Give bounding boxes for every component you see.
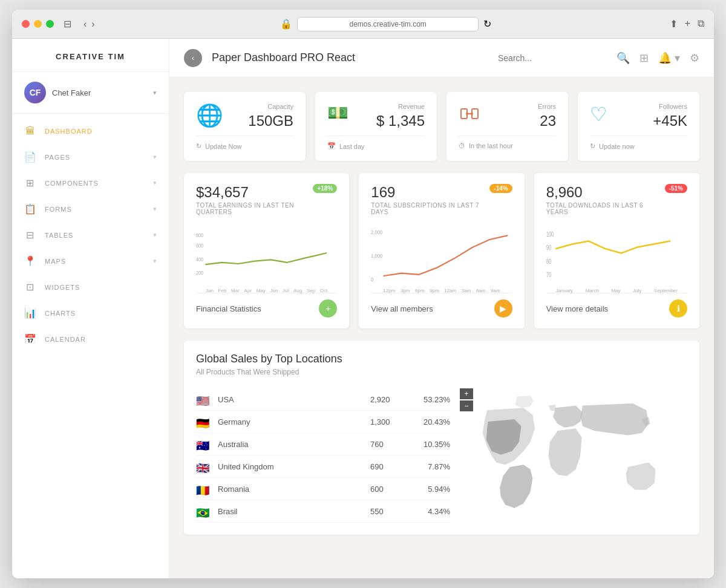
subscriptions-title: TOTAL SUBSCRIPTIONS IN LAST 7 DAYS — [371, 202, 489, 215]
flag-romania: 🇷🇴 — [196, 484, 211, 494]
earnings-footer: Financial Statistics + — [196, 293, 337, 318]
country-percent: 20.43% — [414, 417, 450, 426]
revenue-value: $ 1,345 — [376, 113, 425, 129]
sidebar-item-widgets[interactable]: ⊡ WIDGETS — [12, 274, 169, 300]
svg-text:600: 600 — [196, 243, 203, 249]
country-value: 600 — [370, 485, 407, 494]
country-percent: 4.34% — [414, 507, 450, 516]
url-input[interactable]: demos.creative-tim.com — [297, 17, 479, 31]
sidebar-item-label: CHARTS — [45, 310, 157, 317]
chevron-down-icon: ▾ — [153, 231, 157, 239]
earnings-value: $34,657 — [196, 184, 313, 201]
clock-icon: ⏱ — [459, 142, 465, 149]
downloads-footer: View more details ℹ — [546, 293, 687, 318]
svg-text:200: 200 — [196, 270, 203, 276]
new-tab-icon[interactable]: + — [685, 18, 690, 30]
main-content: ‹ Paper Dashboard PRO React 🔍 ⊞ 🔔 ▾ ⚙ — [169, 39, 714, 578]
sidebar-item-label: COMPONENTS — [45, 180, 145, 187]
user-dropdown-caret: ▾ — [153, 89, 157, 97]
header-search — [498, 53, 607, 63]
sidebar-item-calendar[interactable]: 📅 CALENDAR — [12, 326, 169, 352]
svg-text:90: 90 — [546, 244, 551, 251]
refresh-icon[interactable]: ↻ — [483, 18, 491, 30]
avatar: CF — [24, 82, 46, 103]
svg-text:400: 400 — [196, 256, 203, 263]
downloads-action-button[interactable]: ℹ — [669, 299, 687, 318]
subscriptions-badge: -14% — [489, 184, 512, 193]
downloads-value: 8,960 — [546, 184, 665, 201]
close-button[interactable] — [22, 20, 30, 28]
search-input[interactable] — [498, 53, 607, 63]
grid-view-button[interactable]: ⊞ — [639, 51, 649, 65]
refresh-icon: ↻ — [196, 142, 201, 150]
subscriptions-footer: View all members ▶ — [371, 293, 512, 318]
revenue-footer-text: Last day — [339, 143, 365, 150]
svg-point-3 — [466, 113, 468, 115]
chart-card-earnings: $34,657 TOTAL EARNINGS IN LAST TEN QUART… — [184, 173, 349, 328]
world-map-svg — [460, 392, 687, 520]
sidebar-toggle-icon[interactable]: ⊟ — [64, 18, 71, 30]
country-name: United Kingdom — [218, 462, 363, 471]
sidebar-item-forms[interactable]: 📋 FORMS ▾ — [12, 196, 169, 222]
sidebar-item-charts[interactable]: 📊 CHARTS — [12, 300, 169, 326]
map-zoom-in-button[interactable]: + — [460, 388, 473, 399]
windows-icon[interactable]: ⧉ — [698, 18, 704, 30]
share-icon[interactable]: ⬆ — [670, 18, 678, 30]
stat-card-errors: Errors 23 ⏱ In the last hour — [446, 92, 568, 161]
errors-label: Errors — [538, 103, 556, 110]
dashboard-icon: 🏛 — [24, 126, 36, 137]
chevron-down-icon: ▾ — [153, 153, 157, 161]
followers-icon: ♡ — [590, 103, 607, 126]
downloads-badge: -51% — [665, 184, 687, 193]
svg-text:1,000: 1,000 — [371, 252, 383, 259]
country-value: 550 — [370, 507, 407, 516]
earnings-badge: +18% — [313, 184, 337, 193]
notification-button[interactable]: 🔔 ▾ — [658, 51, 680, 65]
sidebar-item-components[interactable]: ⊞ COMPONENTS ▾ — [12, 170, 169, 196]
charts-row: $34,657 TOTAL EARNINGS IN LAST TEN QUART… — [184, 173, 699, 328]
revenue-footer: 📅 Last day — [327, 136, 425, 150]
back-nav-button[interactable]: ‹ — [83, 19, 87, 30]
sidebar-item-pages[interactable]: 📄 PAGES ▾ — [12, 144, 169, 170]
capacity-footer: ↻ Update Now — [196, 136, 293, 150]
sidebar-item-tables[interactable]: ⊟ TABLES ▾ — [12, 222, 169, 248]
errors-icon — [459, 103, 480, 129]
browser-window: ⊟ ‹ › 🔒 demos.creative-tim.com ↻ ⬆ + ⧉ C… — [12, 10, 714, 578]
sidebar-item-label: PAGES — [45, 154, 145, 161]
search-icon-button[interactable]: 🔍 — [616, 51, 630, 65]
svg-text:800: 800 — [196, 232, 203, 238]
browser-nav: ‹ › — [83, 19, 95, 30]
chevron-down-icon: ▾ — [153, 205, 157, 213]
forward-nav-button[interactable]: › — [91, 19, 94, 30]
tables-icon: ⊟ — [24, 229, 36, 241]
table-row: 🇩🇪 Germany 1,300 20.43% — [196, 411, 450, 433]
country-value: 1,300 — [370, 417, 407, 426]
table-row: 🇷🇴 Romania 600 5.94% — [196, 478, 450, 500]
maximize-button[interactable] — [46, 20, 54, 28]
sidebar-item-maps[interactable]: 📍 MAPS ▾ — [12, 248, 169, 274]
country-name: Australia — [218, 440, 363, 449]
stat-card-revenue: 💵 Revenue $ 1,345 📅 Last day — [315, 92, 437, 161]
country-name: Romania — [218, 485, 363, 494]
errors-info: Errors 23 — [538, 103, 556, 129]
stats-row: 🌐 Capacity 150GB ↻ Update Now — [184, 92, 699, 161]
downloads-footer-label: View more details — [546, 304, 608, 313]
svg-text:0: 0 — [371, 276, 374, 283]
map-zoom-out-button[interactable]: − — [460, 400, 473, 411]
earnings-action-button[interactable]: + — [319, 299, 337, 318]
earnings-footer-label: Financial Statistics — [196, 304, 261, 313]
minimize-button[interactable] — [34, 20, 42, 28]
sidebar-item-label: CALENDAR — [45, 336, 157, 343]
subscriptions-footer-label: View all members — [371, 304, 433, 313]
subscriptions-action-button[interactable]: ▶ — [494, 299, 512, 318]
followers-label: Followers — [653, 103, 687, 110]
flag-australia: 🇦🇺 — [196, 439, 211, 449]
back-button[interactable]: ‹ — [184, 49, 202, 67]
downloads-chart-area: 100 90 80 70 JanuaryMarchMayJulySeptembe… — [546, 227, 687, 288]
sidebar-item-dashboard[interactable]: 🏛 DASHBOARD — [12, 119, 169, 144]
user-name: Chet Faker — [52, 88, 147, 97]
country-value: 2,920 — [370, 395, 407, 404]
table-row: 🇺🇸 USA 2,920 53.23% — [196, 388, 450, 411]
settings-button[interactable]: ⚙ — [690, 51, 699, 65]
sidebar-user[interactable]: CF Chet Faker ▾ — [12, 72, 169, 114]
